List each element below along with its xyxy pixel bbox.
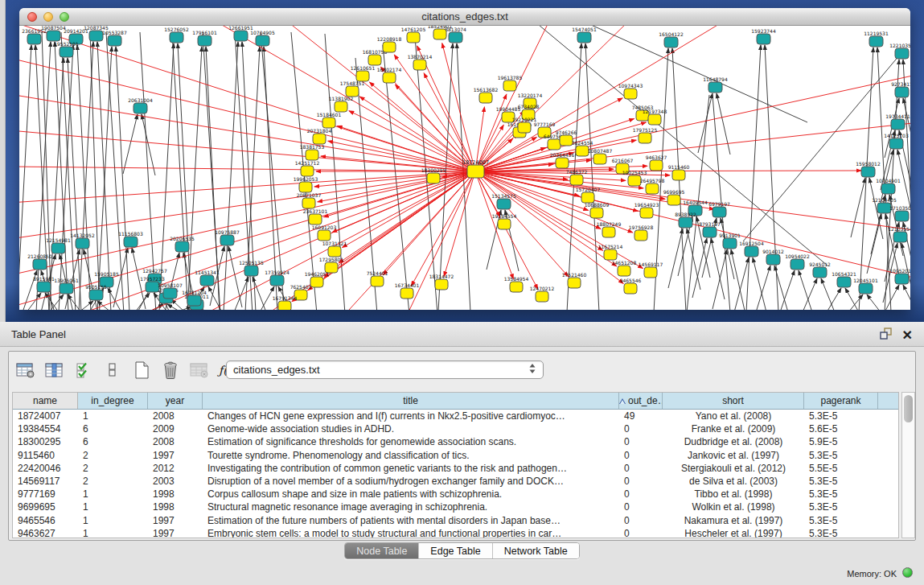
- graph-node[interactable]: 14651208: [612, 260, 637, 277]
- graph-node[interactable]: 17975125: [633, 127, 658, 144]
- scrollbar-thumb[interactable]: [904, 395, 913, 422]
- graph-node[interactable]: 16734401: [395, 282, 420, 299]
- graph-node[interactable]: 18314472: [429, 274, 454, 290]
- graph-node[interactable]: 17103504: [889, 205, 910, 222]
- graph-node[interactable]: 15720407: [576, 187, 601, 204]
- column-header-in_degree[interactable]: in_degree: [78, 393, 148, 409]
- graph-node[interactable]: 16802174: [377, 67, 402, 84]
- graph-node[interactable]: 10731121: [322, 241, 347, 257]
- graph-node[interactable]: 14132052: [70, 233, 95, 249]
- graph-node[interactable]: 19962053: [294, 176, 318, 193]
- graph-node[interactable]: 8793197: [699, 221, 721, 238]
- graph-node[interactable]: 13584954: [504, 276, 529, 293]
- new-table-icon[interactable]: [131, 360, 152, 381]
- table-row[interactable]: 1456911722003Disruption of a novel membe…: [13, 475, 898, 488]
- graph-node[interactable]: 17956101: [192, 30, 217, 47]
- window-titlebar[interactable]: citations_edges.txt: [19, 8, 910, 26]
- graph-node[interactable]: 12154981: [46, 237, 71, 254]
- graph-node[interactable]: 9014012: [762, 249, 784, 266]
- graph-node[interactable]: 11219531: [864, 31, 889, 47]
- delete-table-icon[interactable]: [160, 360, 181, 381]
- graph-node[interactable]: 12505135: [239, 260, 264, 277]
- graph-node[interactable]: 14251712: [295, 160, 320, 177]
- graph-node[interactable]: 17548751: [340, 80, 365, 97]
- table-scrollbar[interactable]: [901, 392, 915, 538]
- table-row[interactable]: 946362711997Embryonic stem cells: a mode…: [13, 527, 898, 538]
- table-source-dropdown[interactable]: citations_edges.txt: [226, 360, 544, 379]
- graph-node[interactable]: 10975887: [215, 229, 240, 246]
- graph-canvas[interactable]: 2366195219087504209142011208734510553287…: [19, 26, 910, 310]
- graph-node[interactable]: 19552101: [54, 41, 79, 58]
- graph-node[interactable]: 21260850: [27, 253, 52, 270]
- column-header-name[interactable]: name: [13, 393, 78, 409]
- graph-node[interactable]: 15474051: [572, 27, 597, 43]
- graph-node[interactable]: 14761205: [401, 27, 426, 43]
- close-panel-icon[interactable]: ✕: [902, 328, 913, 343]
- graph-node[interactable]: 17359924: [265, 270, 290, 286]
- column-header-out_de[interactable]: out_de…: [619, 393, 663, 409]
- row-height-icon[interactable]: [102, 360, 123, 381]
- graph-node[interactable]: 20871037: [297, 192, 322, 209]
- graph-node[interactable]: 23637101: [303, 208, 328, 225]
- graph-node[interactable]: 19654923: [634, 202, 659, 219]
- graph-node[interactable]: 8938922: [675, 212, 696, 229]
- table-row[interactable]: 946554611997Estimation of the future num…: [13, 514, 898, 527]
- graph-node[interactable]: 17521460: [562, 272, 587, 289]
- graph-node[interactable]: 10704901: [876, 178, 901, 195]
- graph-node[interactable]: 9913901: [719, 233, 741, 249]
- graph-node[interactable]: 9505155: [85, 284, 107, 301]
- import-table-icon[interactable]: [189, 360, 210, 381]
- column-header-year[interactable]: year: [148, 393, 203, 409]
- graph-node[interactable]: 12045101: [853, 278, 878, 295]
- column-header-pagerank[interactable]: pagerank: [804, 393, 878, 409]
- graph-node[interactable]: 8915901: [33, 276, 55, 293]
- graph-node[interactable]: 19087504: [41, 26, 66, 41]
- table-row[interactable]: 2242004622012Investigating the contribut…: [13, 462, 898, 475]
- select-column-icon[interactable]: [44, 360, 65, 381]
- table-row[interactable]: 977716911998Corpus callosum shape and si…: [13, 488, 898, 501]
- select-all-check-icon[interactable]: [73, 360, 94, 381]
- graph-node[interactable]: 14569117: [639, 262, 663, 278]
- graph-node[interactable]: 15276052: [164, 27, 189, 43]
- graph-node[interactable]: 15958012: [856, 161, 881, 178]
- graph-node[interactable]: 19384554: [492, 213, 517, 230]
- graph-node[interactable]: 9465546: [620, 278, 642, 295]
- graph-node[interactable]: 20364436: [550, 152, 575, 169]
- graph-node[interactable]: 10974343: [618, 83, 643, 100]
- column-header-short[interactable]: short: [663, 393, 804, 409]
- graph-node[interactable]: 23661952: [22, 28, 47, 45]
- graph-node[interactable]: 11451341: [195, 270, 220, 286]
- table-row[interactable]: 1830029562008Estimation of significance …: [13, 435, 898, 448]
- table-row[interactable]: 1872400712008Changes of HCN gene express…: [13, 410, 898, 422]
- graph-node[interactable]: 10952012: [889, 268, 910, 285]
- graph-node[interactable]: 16504122: [659, 31, 684, 48]
- graph-node[interactable]: 12610651: [351, 65, 376, 82]
- graph-node[interactable]: 13905061: [54, 278, 79, 295]
- graph-node[interactable]: 9463627: [646, 154, 667, 171]
- graph-node[interactable]: 13870214: [408, 54, 433, 71]
- graph-node[interactable]: 8813074: [445, 27, 466, 43]
- graph-node[interactable]: 9273411: [891, 81, 910, 98]
- tab-node-table[interactable]: Node Table: [345, 543, 419, 558]
- graph-node[interactable]: 16912504: [739, 241, 764, 257]
- table-settings-icon[interactable]: [15, 360, 36, 381]
- graph-node[interactable]: 11156803: [118, 231, 143, 248]
- graph-node[interactable]: 11675214: [598, 244, 623, 261]
- graph-node[interactable]: 11381902: [329, 96, 354, 113]
- graph-node[interactable]: 15613682: [474, 87, 499, 104]
- graph-node[interactable]: 10553287: [102, 30, 127, 47]
- graph-node[interactable]: 11648794: [703, 76, 728, 93]
- table-row[interactable]: 1938455462009Genome-wide association stu…: [13, 422, 898, 435]
- float-panel-icon[interactable]: [878, 327, 893, 344]
- graph-node[interactable]: 12470212: [530, 286, 555, 303]
- graph-node[interactable]: 18807249: [597, 221, 622, 238]
- graph-node[interactable]: 20631004: [128, 97, 153, 114]
- tab-edge-table[interactable]: Edge Table: [419, 543, 492, 558]
- table-row[interactable]: 911546021997Tourette syndrome. Phenomeno…: [13, 449, 898, 462]
- graph-node[interactable]: 15134575: [491, 193, 516, 210]
- table-row[interactable]: 969969511998Structural magnetic resonanc…: [13, 501, 898, 513]
- graph-node[interactable]: 9115460: [668, 164, 690, 181]
- column-header-title[interactable]: title: [203, 393, 619, 409]
- graph-node[interactable]: 10954022: [785, 253, 810, 270]
- graph-node[interactable]: 9245012: [809, 262, 831, 278]
